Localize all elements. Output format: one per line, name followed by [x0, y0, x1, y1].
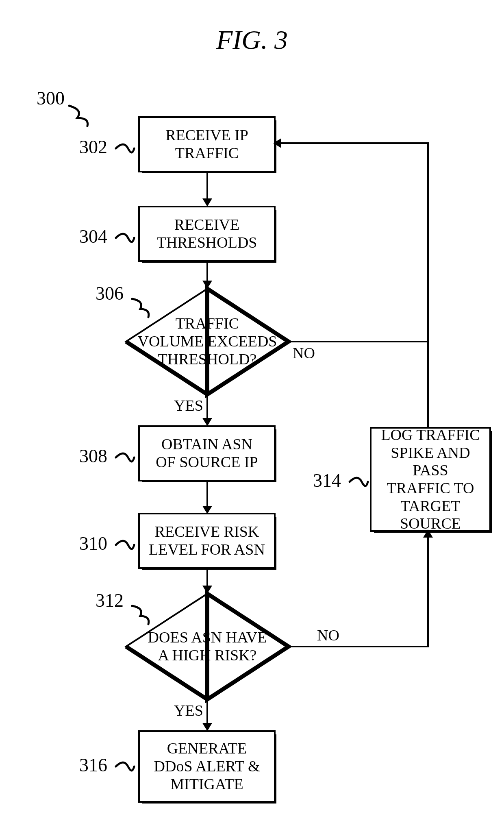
flow-arrow	[206, 260, 208, 281]
label-308: 308	[79, 445, 107, 467]
arrowhead-icon	[202, 198, 212, 207]
flow-arrow	[206, 171, 208, 199]
curly-icon	[114, 537, 136, 553]
label-302: 302	[79, 136, 107, 158]
edge-label-yes: YES	[174, 701, 203, 719]
label-310: 310	[79, 533, 107, 554]
flow-arrow	[280, 142, 429, 144]
decision-312: DOES ASN HAVE A HIGH RISK?	[122, 590, 293, 703]
flow-arrow	[206, 480, 208, 507]
label-304: 304	[79, 226, 107, 247]
process-316: GENERATE DDoS ALERT & MITIGATE	[138, 730, 276, 803]
curly-icon	[114, 758, 136, 775]
flow-arrow	[289, 646, 429, 647]
arrowhead-icon	[423, 529, 433, 538]
flow-arrow	[427, 142, 429, 342]
label-314: 314	[313, 470, 341, 491]
label-312: 312	[96, 590, 124, 611]
process-314: LOG TRAFFIC SPIKE AND PASS TRAFFIC TO TA…	[370, 427, 491, 532]
edge-label-yes: YES	[174, 396, 203, 414]
label-300: 300	[37, 87, 65, 109]
arrowhead-icon	[273, 138, 281, 148]
curly-icon	[114, 140, 136, 157]
process-302: RECEIVE IP TRAFFIC	[138, 116, 276, 172]
label-316: 316	[79, 754, 107, 776]
curly-icon	[114, 230, 136, 246]
label-306: 306	[96, 283, 124, 304]
arrowhead-icon	[202, 281, 212, 289]
edge-label-no: NO	[293, 344, 315, 362]
edge-label-no: NO	[317, 626, 339, 644]
flow-arrow	[206, 700, 208, 724]
figure-title: FIG. 3	[0, 24, 504, 55]
curly-icon	[114, 449, 136, 466]
process-308: OBTAIN ASN OF SOURCE IP	[138, 425, 276, 481]
flow-arrow	[206, 567, 208, 586]
flow-arrow	[427, 342, 429, 427]
arrowhead-icon	[202, 723, 212, 731]
arrowhead-icon	[202, 506, 212, 514]
flow-arrow	[427, 537, 429, 647]
flow-arrow	[206, 395, 208, 419]
process-310: RECEIVE RISK LEVEL FOR ASN	[138, 513, 276, 569]
curly-icon	[67, 104, 91, 128]
arrowhead-icon	[202, 418, 212, 426]
flow-arrow	[289, 341, 429, 342]
process-304: RECEIVE THRESHOLDS	[138, 206, 276, 262]
curly-icon	[348, 474, 370, 490]
decision-306: TRAFFIC VOLUME EXCEEDS THRESHOLD?	[122, 285, 293, 398]
arrowhead-icon	[202, 586, 212, 594]
